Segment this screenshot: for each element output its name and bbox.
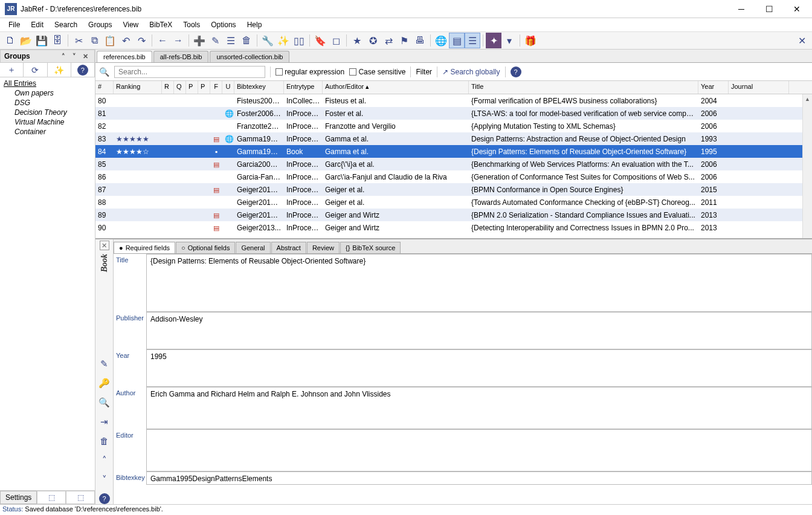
col-r[interactable]: R (162, 81, 174, 94)
field-title[interactable]: {Design Patterns: Elements of Reusable O… (146, 254, 812, 312)
search-globally-link[interactable]: ↗ Search globally (442, 68, 500, 76)
back-icon[interactable]: ← (155, 33, 170, 48)
save-all-icon[interactable]: 🗄 (50, 33, 65, 48)
next-icon[interactable]: ˅ (102, 474, 107, 485)
star-outline-icon[interactable]: ✪ (365, 33, 381, 48)
table-row[interactable]: 84★★★★☆▪Gamma1995...BookGamma et al.{Des… (95, 145, 812, 158)
field-publisher[interactable]: Addison-Wesley (146, 312, 812, 349)
table-row[interactable]: 80Fisteus2004...InCollecti...Fisteus et … (95, 94, 812, 107)
table-row[interactable]: 81🌐Foster2006L...InProcee...Foster et al… (95, 107, 812, 120)
tree-item[interactable]: Own papers (2, 88, 92, 98)
wand-icon[interactable]: ✨ (276, 33, 291, 48)
forward-icon[interactable]: → (170, 33, 186, 48)
edit-entry-icon[interactable]: ✎ (207, 33, 223, 48)
close-button[interactable]: ✕ (783, 0, 811, 18)
editor-tab[interactable]: {}BibTeX source (340, 242, 401, 253)
menu-bibtex[interactable]: BibTeX (144, 19, 177, 30)
table-row[interactable]: 82Franzotte200...InProcee...Franzotte an… (95, 120, 812, 132)
delete-icon[interactable]: 🗑 (239, 33, 254, 48)
editor-close-button[interactable]: ✕ (100, 241, 109, 250)
editor-tab[interactable]: ○Optional fields (176, 242, 235, 253)
table-row[interactable]: 88Geiger2011T...InProcee...Geiger et al.… (95, 196, 812, 209)
settings-button[interactable]: Settings (0, 491, 37, 504)
new-file-icon[interactable]: 🗋 (2, 33, 18, 48)
print-icon[interactable]: 🖶 (412, 33, 428, 48)
col-number[interactable]: # (95, 81, 114, 94)
add-group-button[interactable]: ＋ (0, 63, 24, 77)
edit-icon[interactable]: ✎ (100, 358, 108, 369)
redo-icon[interactable]: ↷ (134, 33, 149, 48)
file-tab[interactable]: unsorted-collection.bib (210, 51, 289, 62)
help-groups-button[interactable]: ? (71, 63, 95, 77)
move-up-icon[interactable]: ⬚ (37, 491, 66, 504)
table-row[interactable]: 86Garcia-Fanju...InProcee...Garc\'ia-Fan… (95, 170, 812, 183)
search-input[interactable] (114, 66, 265, 78)
dropdown-icon[interactable]: ▾ (501, 33, 517, 48)
tree-item[interactable]: Container (2, 127, 92, 137)
star-fill-icon[interactable]: ★ (349, 33, 365, 48)
highlight-icon[interactable]: ✦ (486, 33, 501, 48)
columns-icon[interactable]: ▯▯ (291, 33, 307, 48)
copy-icon[interactable]: ⧉ (86, 33, 102, 48)
table-row[interactable]: 87▤Geiger2015B...InProcee...Geiger et al… (95, 183, 812, 196)
menu-help[interactable]: Help (242, 19, 267, 30)
field-year[interactable]: 1995 (146, 349, 812, 387)
move-down-icon[interactable]: ⬚ (66, 491, 95, 504)
editor-tab[interactable]: Abstract (271, 242, 306, 253)
entry-list-icon[interactable]: ☰ (223, 33, 239, 48)
col-u[interactable]: U (222, 81, 234, 94)
key-icon[interactable]: 🔧 (260, 33, 276, 48)
field-editor[interactable] (146, 429, 812, 471)
maximize-button[interactable]: ☐ (755, 0, 783, 18)
menu-view[interactable]: View (118, 19, 143, 30)
tree-item[interactable]: DSG (2, 98, 92, 108)
col-bibtexkey[interactable]: Bibtexkey (234, 81, 284, 94)
menu-edit[interactable]: Edit (26, 19, 48, 30)
field-author[interactable]: Erich Gamma and Richard Helm and Ralph E… (146, 387, 812, 429)
scrollbar[interactable]: ▲ (802, 94, 812, 238)
new-entry-icon[interactable]: ➕ (192, 33, 207, 48)
table-row[interactable]: 90▤Geiger2013...InProcee...Geiger and Wi… (95, 221, 812, 234)
table-row[interactable]: 83★★★★★▤🌐Gamma1993...InProcee...Gamma et… (95, 132, 812, 145)
col-f[interactable]: F (210, 81, 222, 94)
minimize-button[interactable]: ─ (727, 0, 755, 18)
col-title[interactable]: Title (469, 81, 698, 94)
bookmark-outline-icon[interactable]: ◻ (328, 33, 344, 48)
file-tab[interactable]: all-refs-DB.bib (153, 51, 209, 62)
col-p[interactable]: P (186, 81, 198, 94)
open-folder-icon[interactable]: 📂 (18, 33, 34, 48)
editor-tab[interactable]: ●Required fields (114, 242, 175, 253)
tree-root[interactable]: All Entries (2, 79, 92, 88)
list-view-icon[interactable]: ☰ (465, 33, 480, 48)
key-icon[interactable]: 🔑 (98, 378, 110, 389)
editor-help-icon[interactable]: ? (99, 493, 110, 504)
file-tab[interactable]: references.bib (97, 51, 152, 62)
col-q[interactable]: Q (174, 81, 186, 94)
case-checkbox[interactable]: Case sensitive (349, 68, 405, 76)
close-tab-icon[interactable]: ✕ (794, 33, 810, 48)
col-p2[interactable]: P (198, 81, 210, 94)
panel-view-icon[interactable]: ▤ (449, 33, 465, 48)
expand-down-icon[interactable]: ˅ (69, 53, 80, 60)
menu-groups[interactable]: Groups (83, 19, 117, 30)
editor-tab[interactable]: General (236, 242, 270, 253)
regex-checkbox[interactable]: regular expression (276, 68, 344, 76)
prev-icon[interactable]: ˄ (102, 455, 107, 465)
scroll-up-icon[interactable]: ▲ (803, 94, 812, 104)
col-year[interactable]: Year (698, 81, 729, 94)
tree-item[interactable]: Virtual Machine (2, 117, 92, 127)
col-ranking[interactable]: Ranking (114, 81, 162, 94)
cut-icon[interactable]: ✂ (71, 33, 86, 48)
close-panel-icon[interactable]: ✕ (80, 53, 91, 60)
zoom-icon[interactable]: 🔍 (98, 397, 110, 408)
flag-icon[interactable]: ⚑ (396, 33, 412, 48)
globe-icon[interactable]: 🌐 (433, 33, 449, 48)
undo-icon[interactable]: ↶ (118, 33, 134, 48)
col-journal[interactable]: Journal (729, 81, 789, 94)
col-author[interactable]: Author/Editor ▴ (323, 81, 469, 94)
editor-tab[interactable]: Review (307, 242, 340, 253)
menu-file[interactable]: File (4, 19, 25, 30)
bookmark-icon[interactable]: 🔖 (312, 33, 328, 48)
field-bibtexkey[interactable]: Gamma1995DesignPatternsElements (146, 471, 812, 485)
trash-icon[interactable]: 🗑 (100, 436, 109, 446)
